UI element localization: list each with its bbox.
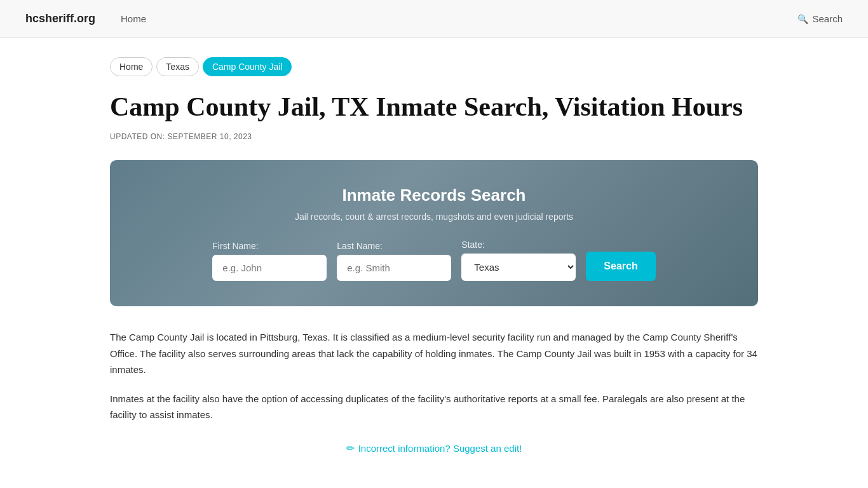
first-name-group: First Name:	[212, 241, 327, 281]
header-search-label: Search	[812, 13, 843, 24]
first-name-label: First Name:	[212, 241, 327, 251]
search-box-title: Inmate Records Search	[148, 186, 720, 205]
search-box-subtitle: Jail records, court & arrest records, mu…	[148, 212, 720, 222]
search-button[interactable]: Search	[586, 252, 655, 281]
description-paragraph-1: The Camp County Jail is located in Pitts…	[110, 329, 758, 378]
main-content: Home Texas Camp County Jail Camp County …	[85, 38, 783, 488]
site-logo[interactable]: hcsheriff.org	[25, 12, 95, 25]
description-paragraph-2: Inmates at the facility also have the op…	[110, 391, 758, 423]
breadcrumb: Home Texas Camp County Jail	[110, 57, 758, 76]
state-group: State: AlabamaAlaskaArizonaArkansasCalif…	[461, 240, 576, 281]
header-search-button[interactable]: 🔍 Search	[797, 13, 843, 24]
pencil-icon: ✏	[346, 442, 355, 454]
last-name-label: Last Name:	[337, 241, 451, 251]
state-select[interactable]: AlabamaAlaskaArizonaArkansasCaliforniaCo…	[461, 254, 576, 281]
page-title: Camp County Jail, TX Inmate Search, Visi…	[110, 92, 758, 122]
search-icon: 🔍	[797, 14, 808, 24]
inmate-search-box: Inmate Records Search Jail records, cour…	[110, 160, 758, 306]
header-left: hcsheriff.org Home	[25, 12, 146, 25]
site-header: hcsheriff.org Home 🔍 Search	[0, 0, 868, 38]
state-label: State:	[461, 240, 576, 250]
updated-date: UPDATED ON: SEPTEMBER 10, 2023	[110, 132, 758, 141]
suggest-edit-section: ✏ Incorrect information? Suggest an edit…	[110, 442, 758, 454]
suggest-edit-label: Incorrect information? Suggest an edit!	[358, 443, 522, 454]
breadcrumb-texas[interactable]: Texas	[156, 57, 199, 76]
suggest-edit-link[interactable]: ✏ Incorrect information? Suggest an edit…	[346, 442, 522, 454]
search-form: First Name: Last Name: State: AlabamaAla…	[148, 240, 720, 281]
nav-home-link[interactable]: Home	[121, 13, 146, 24]
first-name-input[interactable]	[212, 255, 327, 281]
breadcrumb-home[interactable]: Home	[110, 57, 153, 76]
last-name-input[interactable]	[337, 255, 451, 281]
breadcrumb-camp-county-jail[interactable]: Camp County Jail	[203, 57, 292, 76]
last-name-group: Last Name:	[337, 241, 451, 281]
